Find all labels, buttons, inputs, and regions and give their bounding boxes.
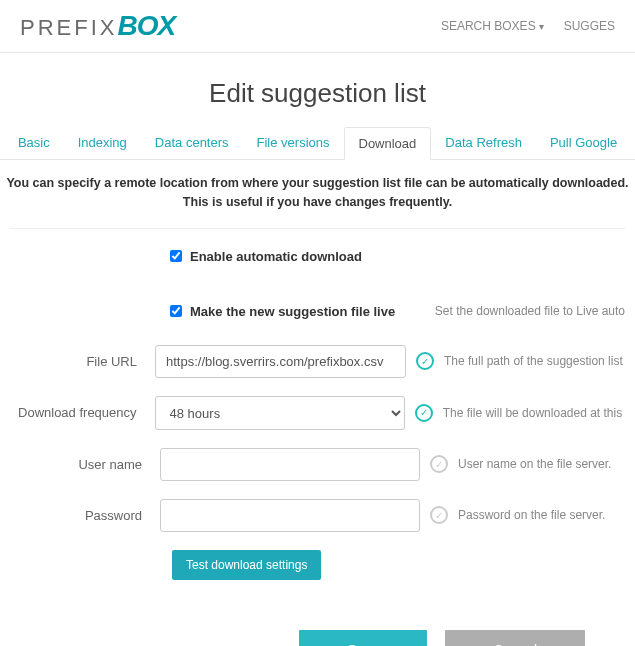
username-help: User name on the file server. — [458, 457, 611, 471]
enable-auto-download-label: Enable automatic download — [190, 249, 362, 264]
logo-prefix-text: PREFIX — [20, 15, 117, 41]
make-live-help: Set the downloaded file to Live auto — [435, 304, 625, 318]
check-icon: ✓ — [430, 506, 448, 524]
enable-auto-download-checkbox[interactable] — [170, 250, 182, 262]
tab-indexing[interactable]: Indexing — [64, 127, 141, 159]
password-help: Password on the file server. — [458, 508, 605, 522]
password-input[interactable] — [160, 499, 420, 532]
file-url-input[interactable] — [155, 345, 406, 378]
username-input[interactable] — [160, 448, 420, 481]
make-live-label: Make the new suggestion file live — [190, 304, 395, 319]
tab-data-centers[interactable]: Data centers — [141, 127, 243, 159]
tab-description: You can specify a remote location from w… — [0, 160, 635, 228]
file-url-help: The full path of the suggestion list fi — [444, 354, 625, 368]
save-button[interactable]: Save — [299, 630, 427, 647]
username-label: User name — [10, 457, 160, 472]
nav-search-boxes[interactable]: SEARCH BOXES ▾ — [441, 19, 544, 33]
tab-download[interactable]: Download — [344, 127, 432, 160]
password-label: Password — [10, 508, 160, 523]
cancel-button[interactable]: Cancel — [445, 630, 585, 647]
make-live-checkbox[interactable] — [170, 305, 182, 317]
logo-box-text: BOX — [117, 10, 175, 42]
top-nav: SEARCH BOXES ▾ SUGGES — [441, 19, 615, 33]
tab-data-refresh[interactable]: Data Refresh — [431, 127, 536, 159]
nav-sugges[interactable]: SUGGES — [564, 19, 615, 33]
page-title: Edit suggestion list — [0, 78, 635, 109]
tab-file-versions[interactable]: File versions — [243, 127, 344, 159]
tabs: Basic Indexing Data centers File version… — [0, 127, 635, 160]
nav-sugges-label: SUGGES — [564, 19, 615, 33]
download-frequency-help: The file will be downloaded at this fr — [443, 406, 625, 420]
file-url-label: File URL — [10, 354, 155, 369]
tab-pull-google[interactable]: Pull Google — [536, 127, 631, 159]
logo[interactable]: PREFIXBOX — [20, 10, 175, 42]
tab-basic[interactable]: Basic — [4, 127, 64, 159]
check-icon: ✓ — [430, 455, 448, 473]
nav-search-boxes-label: SEARCH BOXES — [441, 19, 536, 33]
download-frequency-select[interactable]: 48 hours — [155, 396, 405, 430]
check-icon: ✓ — [416, 352, 434, 370]
download-frequency-label: Download frequency — [10, 405, 155, 420]
chevron-down-icon: ▾ — [539, 21, 544, 32]
check-icon: ✓ — [415, 404, 433, 422]
divider — [10, 228, 625, 229]
test-download-button[interactable]: Test download settings — [172, 550, 321, 580]
